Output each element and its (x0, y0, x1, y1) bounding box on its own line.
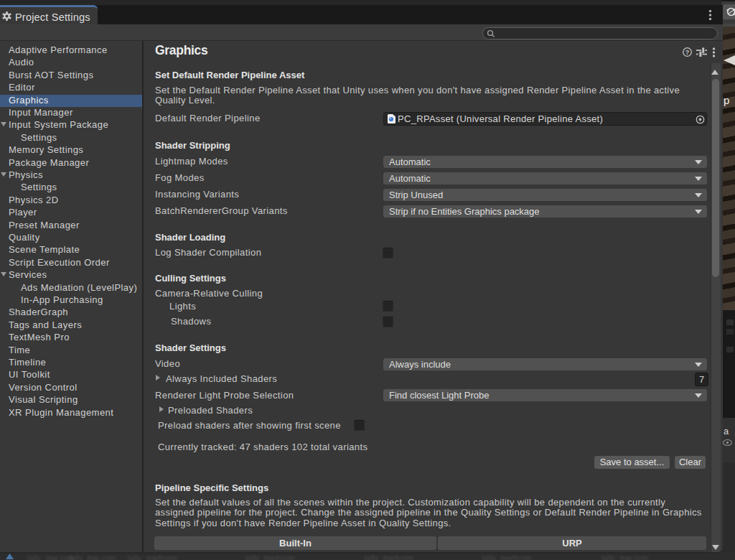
svg-text:?: ? (685, 49, 690, 56)
